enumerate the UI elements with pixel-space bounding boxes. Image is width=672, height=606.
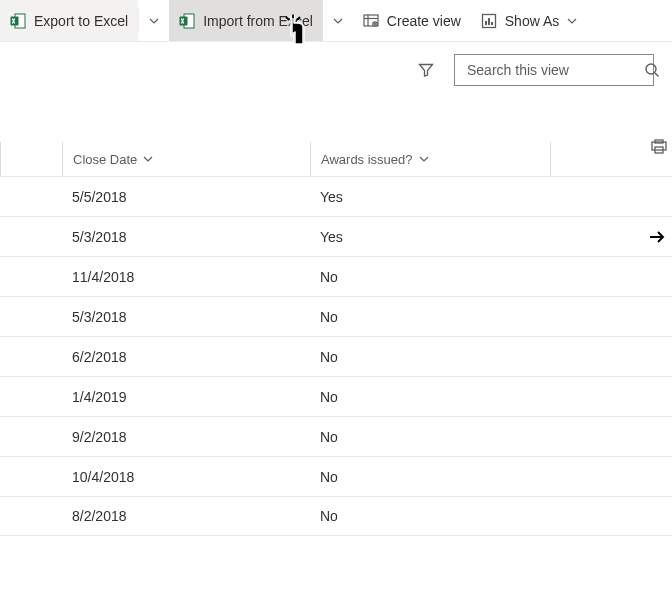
excel-icon <box>10 13 26 29</box>
column-header-awards[interactable]: Awards issued? <box>310 142 550 176</box>
table-row[interactable]: 9/2/2018No <box>0 416 672 456</box>
show-as-icon <box>481 13 497 29</box>
cell-close-date: 1/4/2019 <box>62 389 310 405</box>
svg-line-15 <box>655 73 659 77</box>
cell-close-date: 5/5/2018 <box>62 189 310 205</box>
svg-rect-13 <box>491 22 493 25</box>
column-header-close-date[interactable]: Close Date <box>62 142 310 176</box>
table-row[interactable]: 11/4/2018No <box>0 256 672 296</box>
grid-body: 5/5/2018Yes5/3/2018Yes11/4/2018No5/3/201… <box>0 176 672 536</box>
chevron-down-icon <box>333 16 343 26</box>
cell-awards: No <box>310 469 550 485</box>
column-label: Close Date <box>73 152 137 167</box>
command-bar: Export to Excel Import from Excel Create… <box>0 0 672 42</box>
cell-awards: Yes <box>310 189 550 205</box>
svg-rect-3 <box>180 16 188 25</box>
table-row[interactable]: 6/2/2018No <box>0 336 672 376</box>
cell-close-date: 5/3/2018 <box>62 229 310 245</box>
row-action-icon[interactable] <box>650 138 668 156</box>
cell-awards: No <box>310 309 550 325</box>
funnel-icon <box>418 62 434 78</box>
table-row[interactable]: 8/2/2018No <box>0 496 672 536</box>
export-label: Export to Excel <box>34 13 128 29</box>
table-row[interactable]: 5/3/2018No <box>0 296 672 336</box>
table-row[interactable]: 5/5/2018Yes <box>0 176 672 216</box>
show-as-button[interactable]: Show As <box>471 0 587 41</box>
export-to-excel-button[interactable]: Export to Excel <box>0 0 138 41</box>
cell-awards: No <box>310 269 550 285</box>
grid-header: Close Date Awards issued? <box>0 142 672 176</box>
cell-close-date: 10/4/2018 <box>62 469 310 485</box>
svg-rect-11 <box>485 21 487 25</box>
excel-icon <box>179 13 195 29</box>
filter-button[interactable] <box>416 60 436 80</box>
cell-awards: No <box>310 349 550 365</box>
cell-close-date: 5/3/2018 <box>62 309 310 325</box>
search-input[interactable] <box>454 54 654 86</box>
cell-awards: Yes <box>310 229 550 245</box>
chevron-down-icon <box>567 16 577 26</box>
export-dropdown[interactable] <box>139 0 169 41</box>
cell-close-date: 8/2/2018 <box>62 508 310 524</box>
import-dropdown[interactable] <box>323 0 353 41</box>
import-from-excel-button[interactable]: Import from Excel <box>169 0 323 41</box>
create-view-icon <box>363 13 379 29</box>
search-icon <box>644 62 660 78</box>
chevron-down-icon <box>149 16 159 26</box>
cell-close-date: 11/4/2018 <box>62 269 310 285</box>
cell-awards: No <box>310 508 550 524</box>
arrow-right-icon[interactable] <box>648 228 666 246</box>
create-view-button[interactable]: Create view <box>353 0 471 41</box>
create-view-label: Create view <box>387 13 461 29</box>
table-row[interactable]: 5/3/2018Yes <box>0 216 672 256</box>
cell-close-date: 9/2/2018 <box>62 429 310 445</box>
cell-close-date: 6/2/2018 <box>62 349 310 365</box>
import-label: Import from Excel <box>203 13 313 29</box>
data-grid: Close Date Awards issued? 5/5/2018Yes5/3… <box>0 142 672 536</box>
table-row[interactable]: 10/4/2018No <box>0 456 672 496</box>
filter-bar <box>0 42 672 100</box>
cell-awards: No <box>310 389 550 405</box>
column-label: Awards issued? <box>321 152 413 167</box>
table-row[interactable]: 1/4/2019No <box>0 376 672 416</box>
cell-awards: No <box>310 429 550 445</box>
chevron-down-icon <box>419 154 429 164</box>
search-field[interactable] <box>465 61 644 79</box>
column-selector <box>0 142 62 176</box>
svg-rect-12 <box>488 18 490 25</box>
show-as-label: Show As <box>505 13 559 29</box>
svg-point-14 <box>646 64 656 74</box>
chevron-down-icon <box>143 154 153 164</box>
svg-rect-1 <box>11 16 19 25</box>
